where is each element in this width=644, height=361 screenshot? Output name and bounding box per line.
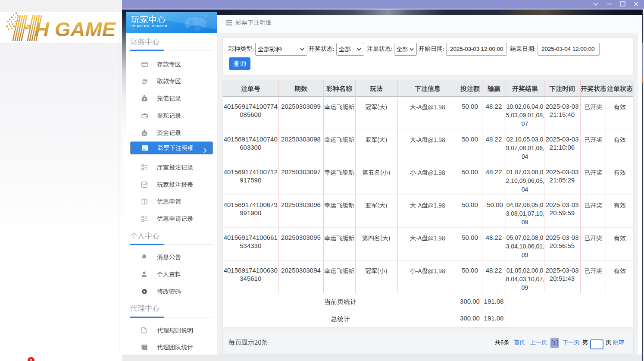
svg-text:H GAME: H GAME <box>34 18 116 41</box>
